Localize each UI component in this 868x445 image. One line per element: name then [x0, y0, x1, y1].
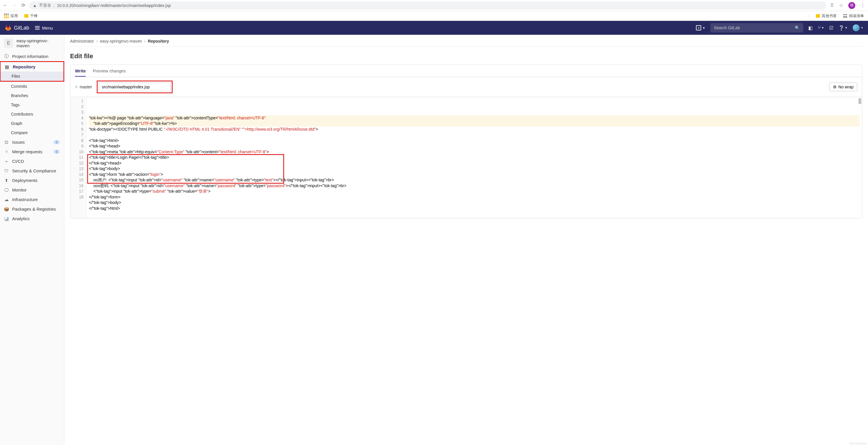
- apps-shortcut[interactable]: 应用: [4, 13, 18, 19]
- shield-icon: 🛡: [4, 169, 9, 173]
- sidebar-item-compare[interactable]: Compare: [0, 128, 64, 137]
- hamburger-icon: [35, 25, 40, 30]
- todos-icon[interactable]: ☑: [829, 25, 833, 31]
- sidebar-item-tags[interactable]: Tags: [0, 100, 64, 110]
- reload-button[interactable]: ⟳: [22, 3, 25, 8]
- tab-preview[interactable]: Preview changes: [93, 65, 126, 77]
- reading-list[interactable]: 阅读清单: [843, 13, 864, 19]
- bookmark-star-icon[interactable]: ☆: [839, 3, 843, 8]
- code-line[interactable]: "tok-doctype"><!DOCTYPE html PUBLIC "-//…: [89, 127, 860, 132]
- line-number: 5: [70, 121, 84, 127]
- url-text: 10.0.0.20/root/xingdian/-/edit/master/sr…: [57, 3, 171, 8]
- folder-icon: [24, 14, 28, 18]
- nowrap-toggle[interactable]: ⚙ No wrap: [829, 83, 857, 91]
- sidebar-item-issues[interactable]: ⊡Issues0: [0, 137, 64, 147]
- code-line[interactable]: </"tok-tag">html>: [89, 206, 860, 211]
- file-header-row: ⑂ master ⚙ No wrap: [70, 77, 862, 97]
- tab-write[interactable]: Write: [75, 65, 86, 77]
- help-icon[interactable]: ❔ ▼: [838, 25, 847, 31]
- line-number: 11: [70, 155, 84, 160]
- line-number: 12: [70, 160, 84, 166]
- sidebar-item-infrastructure[interactable]: ☁Infrastructure: [0, 195, 64, 204]
- code-line[interactable]: oo用户: <"tok-tag">input "tok-attr">id="us…: [89, 177, 860, 183]
- code-line[interactable]: <"tok-tag">html>: [89, 138, 860, 144]
- back-button[interactable]: ←: [3, 3, 7, 8]
- project-avatar: E: [4, 38, 13, 48]
- project-header[interactable]: E easy-springmvc-maven: [0, 35, 64, 52]
- line-number: 17: [70, 188, 84, 195]
- tanuki-icon: [5, 24, 11, 31]
- sidebar-item-merge-requests[interactable]: ⑂Merge requests0: [0, 147, 64, 156]
- branch-selector[interactable]: ⑂ master: [75, 85, 92, 89]
- sidebar-item-commits[interactable]: Commits: [0, 82, 64, 91]
- chevron-down-icon: ▼: [702, 26, 705, 30]
- sidebar-item-branches[interactable]: Branches: [0, 91, 64, 100]
- project-sidebar: E easy-springmvc-maven ⓘProject informat…: [0, 35, 64, 445]
- info-icon: ⓘ: [4, 54, 9, 59]
- bookmark-qianfeng[interactable]: 千锋: [24, 13, 38, 19]
- monitor-icon: 🖵: [4, 188, 9, 192]
- code-line[interactable]: [89, 132, 860, 138]
- code-line[interactable]: </"tok-tag">form>: [89, 195, 860, 200]
- sidebar-item-label: Security & Compliance: [12, 168, 56, 173]
- user-menu[interactable]: ▼ Administrator: [852, 24, 863, 31]
- code-line[interactable]: <"tok-tag">title>Login Page!</"tok-tag">…: [89, 155, 860, 160]
- code-line[interactable]: <"tok-tag">form "tok-attr">action="login…: [89, 172, 860, 178]
- other-bookmarks[interactable]: 其他书签: [816, 13, 837, 19]
- code-line[interactable]: ooo密码: <"tok-tag">input "tok-attr">id="u…: [89, 183, 860, 189]
- scrollbar-thumb[interactable]: [859, 98, 861, 104]
- count-badge: 0: [53, 150, 60, 154]
- analytics-icon: 📊: [4, 216, 9, 221]
- code-line[interactable]: <"tok-tag">input "tok-attr">type="submit…: [89, 188, 860, 195]
- issues-shortcut-icon[interactable]: ◧: [808, 25, 813, 31]
- code-line[interactable]: </"tok-tag">body>: [89, 200, 860, 206]
- breadcrumb: Administrator › easy-springmvc-maven › R…: [70, 39, 862, 47]
- sidebar-item-ci-cd[interactable]: ⌁CI/CD: [0, 156, 64, 166]
- editor-tabs: Write Preview changes: [70, 65, 862, 77]
- sidebar-item-graph[interactable]: Graph: [0, 119, 64, 128]
- sidebar-item-packages-registries[interactable]: 📦Packages & Registries: [0, 204, 64, 214]
- code-line[interactable]: <"tok-tag">head>: [89, 143, 860, 149]
- breadcrumb-admin[interactable]: Administrator: [70, 39, 94, 43]
- forward-button[interactable]: →: [12, 3, 17, 8]
- search-input[interactable]: Search GitLab 🔍: [710, 23, 803, 32]
- sidebar-item-monitor[interactable]: 🖵Monitor: [0, 185, 64, 195]
- code-editor[interactable]: 123456789101112131415161718 "tok-kw"><%@…: [70, 97, 862, 218]
- breadcrumb-project[interactable]: easy-springmvc-maven: [100, 39, 142, 43]
- insecure-icon: ▲: [33, 3, 37, 8]
- sidebar-item-analytics[interactable]: 📊Analytics: [0, 214, 64, 224]
- cicd-icon: ⌁: [4, 159, 9, 164]
- code-line[interactable]: <"tok-tag">body>: [89, 166, 860, 172]
- merge-requests-icon[interactable]: ⑂ ▼: [818, 25, 824, 30]
- code-line[interactable]: "tok-attr">pageEncoding="UTF-8""tok-kw">…: [89, 121, 860, 127]
- new-dropdown[interactable]: + ▼: [696, 25, 705, 30]
- code-line[interactable]: [89, 211, 860, 217]
- browser-menu-icon[interactable]: ⋮: [861, 3, 865, 8]
- list-icon: [843, 14, 847, 18]
- main-menu[interactable]: Menu: [35, 25, 53, 30]
- mr-icon: ⑂: [4, 149, 9, 154]
- line-number: 7: [70, 132, 84, 138]
- browser-toolbar: ← → ⟳ ▲ 不安全 | 10.0.0.20/root/xingdian/-/…: [0, 0, 868, 11]
- user-avatar-icon: [852, 24, 860, 31]
- sidebar-item-files[interactable]: Files: [1, 71, 63, 81]
- pkg-icon: 📦: [4, 207, 9, 211]
- sidebar-item-project-information[interactable]: ⓘProject information: [0, 52, 64, 61]
- file-path-input[interactable]: [99, 83, 170, 91]
- code-line[interactable]: <"tok-tag">meta "tok-attr">http-equiv="C…: [89, 149, 860, 155]
- address-bar[interactable]: ▲ 不安全 | 10.0.0.20/root/xingdian/-/edit/m…: [29, 1, 826, 9]
- code-content[interactable]: "tok-kw"><%@ page "tok-attr">language="j…: [87, 97, 862, 218]
- code-line[interactable]: </"tok-tag">head>: [89, 160, 860, 166]
- sidebar-item-label: Infrastructure: [12, 197, 38, 202]
- sidebar-item-repository[interactable]: ▤Repository: [1, 62, 63, 71]
- profile-avatar[interactable]: 璟: [848, 2, 855, 9]
- main-content: Administrator › easy-springmvc-maven › R…: [64, 35, 868, 445]
- gitlab-logo[interactable]: GitLab: [5, 24, 29, 31]
- code-line[interactable]: "tok-kw"><%@ page "tok-attr">language="j…: [89, 115, 860, 121]
- sidebar-item-deployments[interactable]: ⬆Deployments: [0, 176, 64, 185]
- sidebar-item-label: Repository: [13, 64, 35, 69]
- sidebar-item-security-compliance[interactable]: 🛡Security & Compliance: [0, 166, 64, 176]
- sidebar-item-contributors[interactable]: Contributors: [0, 110, 64, 119]
- line-number: 13: [70, 166, 84, 172]
- translate-icon[interactable]: ⠿: [830, 3, 834, 8]
